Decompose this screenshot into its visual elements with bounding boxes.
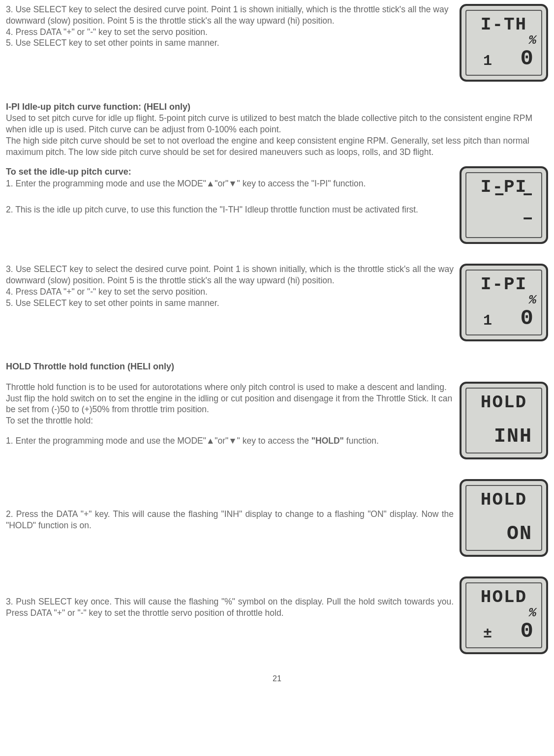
lcd-hold-pct: HOLD % ± 0 bbox=[460, 576, 548, 654]
hold-step-2: 2. Press the DATA "+" key. This will cau… bbox=[6, 509, 454, 531]
lcd-value: 0 bbox=[521, 45, 534, 73]
lcd-value: INH bbox=[494, 424, 532, 450]
ipi-step-5: 5. Use SELECT key to set other points in… bbox=[6, 298, 454, 309]
hold-step-1: 1. Enter the programming mode and use th… bbox=[6, 435, 454, 447]
lcd-value: 0 bbox=[521, 304, 534, 333]
ipi-step-4: 4. Press DATA "+" or "-" key to set the … bbox=[6, 286, 454, 298]
lcd-value: ON bbox=[507, 521, 532, 547]
lcd-ipi-dashes: I-PI – – – bbox=[460, 166, 548, 244]
lcd-hold-on: HOLD ON bbox=[460, 479, 548, 557]
ipi-step-2: 2. This is the idle up pitch curve, to u… bbox=[6, 204, 454, 215]
ipi-subhead: To set the idle-up pitch curve: bbox=[6, 166, 454, 178]
ipi-step-3: 3. Use SELECT key to select the desired … bbox=[6, 264, 454, 286]
hold-step-3: 3. Push SELECT key once. This will cause… bbox=[6, 596, 454, 619]
hold-intro: Throttle hold function is to be used for… bbox=[6, 382, 454, 415]
lcd-dashes: – – – bbox=[466, 182, 536, 231]
text-column: Throttle hold function is to be used for… bbox=[6, 382, 454, 447]
section-ith-steps: 3. Use SELECT key to select the desired … bbox=[6, 4, 548, 82]
hold-step3-row: 3. Push SELECT key once. This will cause… bbox=[6, 576, 548, 654]
lcd-ipi-pct: I-PI % 1 0 bbox=[460, 264, 548, 341]
text-column: 3. Push SELECT key once. This will cause… bbox=[6, 576, 454, 619]
ipi-step-1: 1. Enter the programming mode and use th… bbox=[6, 178, 454, 189]
lcd-ith: I-TH % 1 0 bbox=[460, 4, 548, 82]
text-column: To set the idle-up pitch curve: 1. Enter… bbox=[6, 166, 454, 215]
text-column: 2. Press the DATA "+" key. This will cau… bbox=[6, 479, 454, 531]
page-number: 21 bbox=[6, 674, 548, 684]
text-column: 3. Use SELECT key to select the desired … bbox=[6, 264, 454, 308]
ipi-steps-1-2: To set the idle-up pitch curve: 1. Enter… bbox=[6, 166, 548, 244]
lcd-point-num: 1 bbox=[483, 311, 492, 331]
hold-subhead: To set the throttle hold: bbox=[6, 415, 454, 426]
step-5: 5. Use SELECT key to set other points in… bbox=[6, 37, 454, 49]
lcd-value: 0 bbox=[521, 617, 534, 645]
lcd-hold-inh: HOLD INH bbox=[460, 382, 548, 459]
lcd-plus-minus: ± bbox=[483, 624, 492, 643]
hold-heading: HOLD Throttle hold function (HELI only) bbox=[6, 361, 548, 372]
lcd-top-text: HOLD bbox=[466, 489, 541, 512]
ipi-intro-1: Used to set pitch curve for idle up flig… bbox=[6, 113, 548, 135]
ipi-heading: I-PI Idle-up pitch curve function: (HELI… bbox=[6, 101, 548, 113]
hold-intro-step1: Throttle hold function is to be used for… bbox=[6, 382, 548, 459]
ipi-intro-2: The high side pitch curve should be set … bbox=[6, 135, 548, 158]
ipi-steps-3-5: 3. Use SELECT key to select the desired … bbox=[6, 264, 548, 341]
step-3: 3. Use SELECT key to select the desired … bbox=[6, 4, 454, 27]
lcd-top-text: HOLD bbox=[466, 392, 541, 415]
step-4: 4. Press DATA "+" or "-" key to set the … bbox=[6, 27, 454, 38]
text-column: 3. Use SELECT key to select the desired … bbox=[6, 4, 454, 49]
lcd-point-num: 1 bbox=[483, 52, 492, 71]
hold-step2-row: 2. Press the DATA "+" key. This will cau… bbox=[6, 479, 548, 557]
